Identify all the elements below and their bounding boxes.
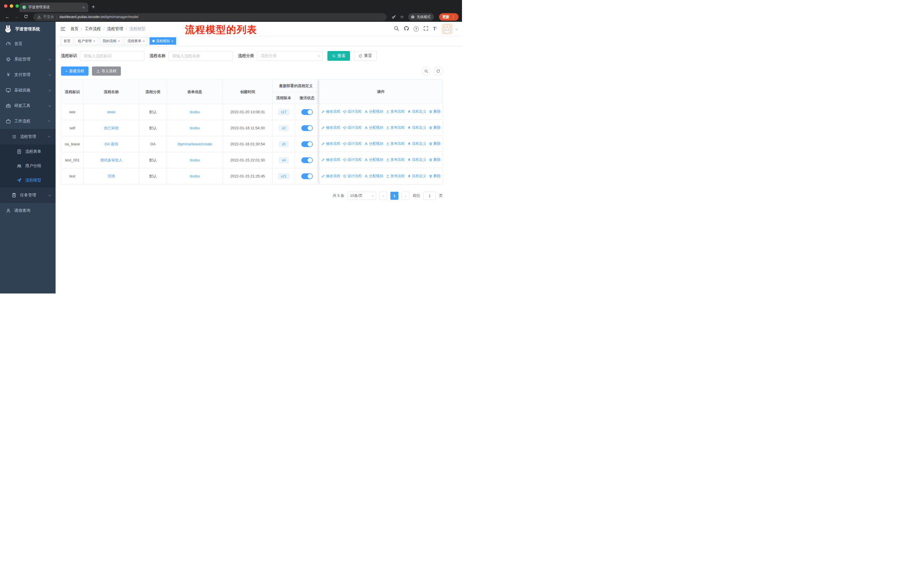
form-link[interactable]: biubiu: [190, 126, 200, 130]
sidebar-item-task-mgmt[interactable]: 任务管理: [0, 187, 56, 203]
sidebar-item-infrastructure[interactable]: 基础设施: [0, 83, 56, 98]
goto-page-input[interactable]: [423, 192, 436, 200]
browser-menu-icon[interactable]: ⋮: [451, 15, 455, 19]
reset-button[interactable]: 重置: [354, 51, 377, 61]
process-name-link[interactable]: 测试多审批人: [100, 158, 122, 162]
next-page-button[interactable]: ›: [402, 192, 409, 200]
version-badge[interactable]: v5: [279, 141, 289, 147]
form-link[interactable]: /bpm/oa/leave/create: [177, 142, 212, 146]
delete-link[interactable]: 删除: [429, 141, 441, 146]
process-definition-link[interactable]: 流程定义: [407, 174, 426, 179]
process-name-link[interactable]: OA 请假: [104, 142, 118, 146]
process-name-link[interactable]: 自己审批: [104, 126, 119, 130]
fullscreen-icon[interactable]: [423, 25, 429, 32]
search-icon[interactable]: [394, 25, 399, 32]
design-process-link[interactable]: 设计流程: [343, 141, 362, 146]
design-process-link[interactable]: 设计流程: [343, 125, 362, 130]
deploy-process-link[interactable]: 发布流程: [386, 141, 405, 146]
active-switch[interactable]: [301, 157, 313, 163]
close-icon[interactable]: ×: [143, 39, 145, 43]
form-link[interactable]: biubiu: [190, 174, 200, 178]
assign-rule-link[interactable]: 分配规则: [364, 141, 383, 146]
maximize-window-button[interactable]: [15, 4, 19, 8]
process-name-link[interactable]: eeee: [107, 110, 116, 114]
reload-button[interactable]: [22, 14, 30, 20]
tab-my-process[interactable]: 我的流程×: [100, 37, 123, 45]
version-badge[interactable]: v17: [278, 109, 289, 115]
process-key-input[interactable]: [80, 51, 144, 61]
current-page-button[interactable]: 1: [390, 192, 398, 200]
avatar[interactable]: [442, 23, 452, 35]
avatar-caret-icon[interactable]: [455, 28, 458, 30]
new-tab-button[interactable]: +: [88, 4, 99, 12]
bookmark-star-icon[interactable]: ☆: [399, 14, 405, 20]
assign-rule-link[interactable]: 分配规则: [364, 125, 383, 130]
tab-process-model[interactable]: 流程模型×: [150, 37, 177, 45]
breadcrumb-home[interactable]: 首页: [71, 26, 79, 31]
close-icon[interactable]: ×: [93, 39, 96, 43]
close-tab-icon[interactable]: ×: [82, 5, 85, 10]
show-search-button[interactable]: [422, 66, 431, 76]
tab-process-form[interactable]: 流程表单×: [125, 37, 148, 45]
sidebar-item-process-mgmt[interactable]: 流程管理: [0, 129, 56, 144]
hamburger-icon[interactable]: [60, 26, 66, 32]
address-bar[interactable]: 不安全 | dashboard.yudao.iocoder.cn/bpm/man…: [33, 13, 387, 21]
sidebar-item-process-model[interactable]: 流程模型: [0, 173, 56, 187]
page-size-select[interactable]: 10条/页 ▾: [347, 192, 376, 200]
import-process-button[interactable]: 导入流程: [92, 66, 121, 76]
close-icon[interactable]: ×: [118, 39, 120, 43]
app-logo-row[interactable]: 芋道管理系统: [0, 22, 56, 36]
edit-process-link[interactable]: 修改流程: [322, 141, 340, 146]
process-definition-link[interactable]: 流程定义: [407, 125, 426, 130]
sidebar-item-process-form[interactable]: 流程表单: [0, 144, 56, 159]
process-definition-link[interactable]: 流程定义: [407, 141, 426, 146]
prev-page-button[interactable]: ‹: [379, 192, 387, 200]
delete-link[interactable]: 删除: [429, 174, 441, 179]
deploy-process-link[interactable]: 发布流程: [386, 109, 405, 114]
forward-button[interactable]: →: [13, 14, 21, 20]
form-link[interactable]: biubiu: [190, 158, 200, 162]
back-button[interactable]: ←: [3, 14, 12, 20]
deploy-process-link[interactable]: 发布流程: [386, 125, 405, 130]
edit-process-link[interactable]: 修改流程: [322, 157, 340, 162]
search-button[interactable]: 搜索: [327, 51, 350, 61]
process-name-input[interactable]: [168, 51, 233, 61]
create-process-button[interactable]: + 新建流程: [61, 66, 89, 76]
minimize-window-button[interactable]: [10, 4, 13, 8]
sidebar-item-payment-mgmt[interactable]: ¥ 支付管理: [0, 67, 56, 83]
sidebar-item-dev-tools[interactable]: 研发工具: [0, 98, 56, 114]
active-switch[interactable]: [301, 174, 313, 179]
sidebar-item-system-mgmt[interactable]: 系统管理: [0, 51, 56, 67]
tab-tenant-mgmt[interactable]: 租户管理×: [75, 37, 98, 45]
edit-process-link[interactable]: 修改流程: [322, 109, 340, 114]
version-badge[interactable]: v2: [279, 125, 289, 131]
design-process-link[interactable]: 设计流程: [343, 157, 362, 162]
active-switch[interactable]: [301, 109, 313, 115]
process-definition-link[interactable]: 流程定义: [407, 109, 426, 114]
password-key-icon[interactable]: [390, 15, 398, 19]
browser-tab[interactable]: 芋道管理系统 ×: [20, 3, 88, 12]
form-link[interactable]: biubiu: [190, 110, 200, 114]
design-process-link[interactable]: 设计流程: [343, 109, 362, 114]
tab-home[interactable]: 首页: [61, 37, 73, 45]
close-window-button[interactable]: [4, 4, 7, 8]
edit-process-link[interactable]: 修改流程: [322, 125, 340, 130]
version-badge[interactable]: v4: [279, 157, 289, 163]
sidebar-item-leave-query[interactable]: 请假查询: [0, 203, 56, 218]
deploy-process-link[interactable]: 发布流程: [386, 157, 405, 162]
version-badge[interactable]: v21: [278, 174, 289, 179]
delete-link[interactable]: 删除: [429, 157, 441, 162]
assign-rule-link[interactable]: 分配规则: [364, 157, 383, 162]
design-process-link[interactable]: 设计流程: [343, 174, 362, 179]
process-category-select[interactable]: 流程分类 ▾: [257, 51, 323, 61]
sidebar-item-home[interactable]: 首页: [0, 36, 56, 51]
breadcrumb-workflow[interactable]: 工作流程: [85, 26, 101, 31]
active-switch[interactable]: [301, 125, 313, 131]
delete-link[interactable]: 删除: [429, 109, 441, 114]
sidebar-item-user-group[interactable]: 用户分组: [0, 159, 56, 173]
close-icon[interactable]: ×: [171, 39, 173, 43]
deploy-process-link[interactable]: 发布流程: [386, 174, 405, 179]
breadcrumb-process-mgmt[interactable]: 流程管理: [107, 26, 123, 31]
delete-link[interactable]: 删除: [429, 125, 441, 130]
active-switch[interactable]: [301, 141, 313, 147]
